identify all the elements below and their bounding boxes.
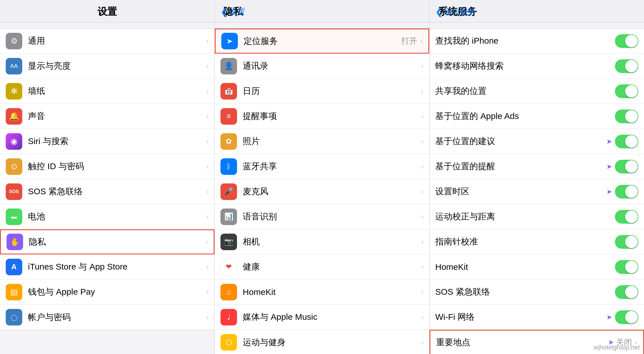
location-alerts-label: 基于位置的提醒 [435,161,606,172]
compass-calib-toggle[interactable] [615,235,638,249]
calendar-label: 日历 [243,85,421,97]
find-iphone-toggle[interactable] [615,34,638,48]
settings-item-privacy[interactable]: ✋隐私› [0,229,214,254]
media-label: 媒体与 Apple Music [243,311,421,323]
privacy-icon: ✋ [7,234,23,250]
sos-chevron: › [206,187,209,196]
system-item-find-iphone[interactable]: 查找我的 iPhone [430,29,644,54]
settings-item-wallpaper[interactable]: ✻墙纸› [0,79,214,104]
system-item-homekit2[interactable]: HomeKit [430,254,644,280]
health-label: 健康 [243,261,421,273]
display-icon: AA [6,58,22,74]
privacy-list-scroll[interactable]: ➤定位服务打开›👤通讯录›📅日历›≡提醒事项›✿照片›ᛒ蓝牙共享›🎤麦克风›📊语… [215,23,429,354]
reminders-icon: ≡ [220,108,237,125]
system-item-apple-ads[interactable]: 基于位置的 Apple Ads [430,104,644,129]
share-location-toggle[interactable] [615,84,638,98]
bluetooth-label: 蓝牙共享 [243,161,421,172]
privacy-item-bluetooth[interactable]: ᛒ蓝牙共享› [215,154,429,179]
settings-item-wallet[interactable]: ▤钱包与 Apple Pay› [0,280,214,305]
homekit-chevron: › [421,288,424,296]
touch-chevron: › [206,162,209,171]
media-chevron: › [421,313,424,321]
contacts-chevron: › [421,62,424,70]
system-item-location-suggestions[interactable]: 基于位置的建议➤ [430,129,644,154]
chevron-back-icon: ❮ [220,6,228,17]
location-suggestions-toggle[interactable] [615,135,638,148]
motion-calib-toggle[interactable] [615,210,638,224]
privacy-item-contacts[interactable]: 👤通讯录› [215,54,429,79]
privacy-item-speech[interactable]: 📊语音识别› [215,204,429,229]
camera-label: 相机 [243,236,421,248]
privacy-back-label: 设置 [229,6,245,17]
sos2-toggle[interactable] [615,285,638,299]
contacts-icon: 👤 [220,58,237,74]
system-nav: ❮ 定位服务 系统服务 [435,5,638,18]
wifi-network-toggle[interactable] [615,310,638,324]
settings-item-display[interactable]: AA显示与亮度› [0,54,214,79]
privacy-item-location[interactable]: ➤定位服务打开› [215,29,429,54]
system-item-timezone[interactable]: 设置时区➤ [430,179,644,204]
settings-item-sos[interactable]: SOSSOS 紧急联络› [0,179,214,204]
system-item-motion-calib[interactable]: 运动校正与距离 [430,204,644,229]
apple-ads-toggle[interactable] [615,110,638,123]
privacy-item-mic[interactable]: 🎤麦克风› [215,179,429,204]
display-label: 显示与亮度 [28,60,206,72]
location-value: 打开 [401,36,417,46]
account-icon: ◌ [6,309,22,325]
system-services-panel: ❮ 定位服务 系统服务 查找我的 iPhone蜂窝移动网络搜索共享我的位置基于位… [430,0,644,354]
wallpaper-label: 墙纸 [28,85,206,97]
privacy-header: ❮ 设置 隐私 [215,0,429,23]
camera-icon: 📷 [220,234,237,250]
health-chevron: › [421,262,424,271]
privacy-item-homekit[interactable]: ⌂HomeKit› [215,280,429,305]
system-back-button[interactable]: ❮ 定位服务 [435,6,476,17]
siri-chevron: › [206,137,209,146]
system-item-sos2[interactable]: SOS 紧急联络 [430,280,644,305]
system-item-location-alerts[interactable]: 基于位置的提醒➤ [430,154,644,179]
cell-search-label: 蜂窝移动网络搜索 [435,60,615,72]
privacy-back-button[interactable]: ❮ 设置 [220,6,245,17]
speech-chevron: › [421,212,424,221]
system-item-wifi-network[interactable]: Wi-Fi 网络➤ [430,305,644,330]
system-services-header: ❮ 定位服务 系统服务 [430,0,644,23]
system-item-cell-search[interactable]: 蜂窝移动网络搜索 [430,54,644,79]
privacy-item-health[interactable]: ❤健康› [215,254,429,280]
settings-panel: 设置 ⚙通用›AA显示与亮度›✻墙纸›🔔声音›◉Siri 与搜索›⊙触控 ID … [0,0,215,354]
contacts-label: 通讯录 [243,60,421,72]
itunes-chevron: › [206,262,209,271]
system-item-compass-calib[interactable]: 指南针校准 [430,229,644,254]
photos-label: 照片 [243,135,421,147]
privacy-item-photos[interactable]: ✿照片› [215,129,429,154]
sound-chevron: › [206,112,209,121]
settings-item-battery[interactable]: ▬电池› [0,204,214,229]
settings-item-general[interactable]: ⚙通用› [0,29,214,54]
privacy-nav: ❮ 设置 隐私 [220,5,424,18]
motion-icon: ⬡ [220,334,237,351]
location-alerts-toggle[interactable] [615,160,638,173]
settings-item-siri[interactable]: ◉Siri 与搜索› [0,129,214,154]
settings-item-itunes[interactable]: AiTunes Store 与 App Store› [0,254,214,280]
settings-list-scroll[interactable]: ⚙通用›AA显示与亮度›✻墙纸›🔔声音›◉Siri 与搜索›⊙触控 ID 与密码… [0,23,214,354]
settings-item-sound[interactable]: 🔔声音› [0,104,214,129]
general-chevron: › [206,37,209,45]
privacy-item-reminders[interactable]: ≡提醒事项› [215,104,429,129]
cell-search-toggle[interactable] [615,59,638,73]
privacy-panel: ❮ 设置 隐私 ➤定位服务打开›👤通讯录›📅日历›≡提醒事项›✿照片›ᛒ蓝牙共享… [215,0,430,354]
system-services-list-scroll[interactable]: 查找我的 iPhone蜂窝移动网络搜索共享我的位置基于位置的 Apple Ads… [430,23,644,354]
timezone-toggle[interactable] [615,185,638,199]
share-location-label: 共享我的位置 [435,85,615,97]
location-chevron: › [420,37,423,46]
privacy-item-media[interactable]: ♩媒体与 Apple Music› [215,305,429,330]
settings-item-account[interactable]: ◌帐户与密码› [0,305,214,330]
privacy-item-calendar[interactable]: 📅日历› [215,79,429,104]
sos2-label: SOS 紧急联络 [435,286,615,298]
homekit2-toggle[interactable] [615,260,638,274]
apple-ads-label: 基于位置的 Apple Ads [435,110,615,122]
calendar-chevron: › [421,87,424,96]
homekit-label: HomeKit [243,287,421,297]
system-services-list: 查找我的 iPhone蜂窝移动网络搜索共享我的位置基于位置的 Apple Ads… [430,28,644,354]
privacy-item-camera[interactable]: 📷相机› [215,229,429,254]
settings-item-touch[interactable]: ⊙触控 ID 与密码› [0,154,214,179]
system-item-share-location[interactable]: 共享我的位置 [430,79,644,104]
privacy-item-motion[interactable]: ⬡运动与健身› [215,330,429,354]
